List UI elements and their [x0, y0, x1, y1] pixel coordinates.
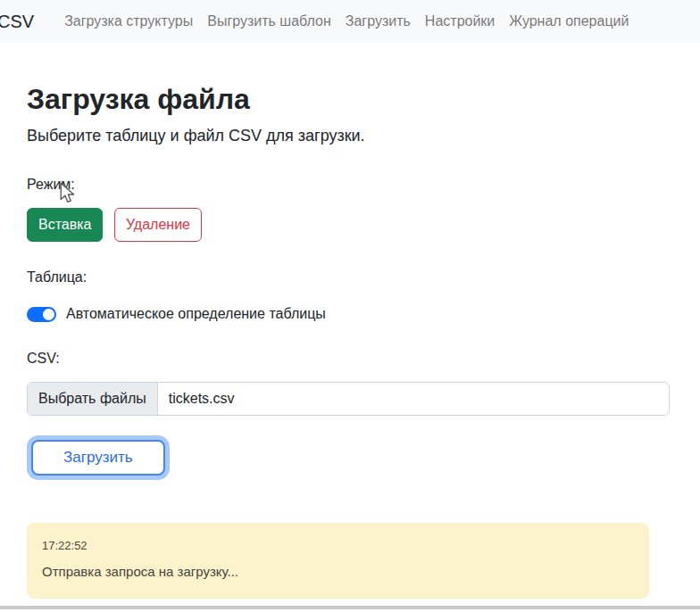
auto-detect-switch-row: Автоматическое определение таблицы — [27, 303, 670, 325]
nav-item-operations-log[interactable]: Журнал операций — [502, 6, 636, 37]
insert-mode-button[interactable]: Вставка — [27, 208, 103, 242]
upload-button-wrap: Загрузить — [31, 440, 670, 481]
mode-button-group: Вставка Удаление — [27, 208, 670, 242]
table-label: Таблица: — [27, 267, 670, 288]
log-alert: 17:22:52 Отправка запроса на загрузку... — [27, 523, 649, 598]
nav-item-upload[interactable]: Загрузить — [338, 6, 418, 37]
nav-links: Загрузка структуры Выгрузить шаблон Загр… — [57, 6, 636, 37]
selected-file-name: tickets.csv — [158, 383, 246, 415]
nav-item-export-template[interactable]: Выгрузить шаблон — [200, 6, 338, 37]
nav-item-settings[interactable]: Настройки — [418, 6, 502, 37]
horizontal-scrollbar[interactable] — [0, 606, 700, 612]
navbar: CSV Загрузка структуры Выгрузить шаблон … — [0, 0, 700, 43]
nav-item-structure-upload[interactable]: Загрузка структуры — [57, 6, 200, 37]
choose-files-button[interactable]: Выбрать файлы — [28, 383, 158, 415]
delete-mode-button[interactable]: Удаление — [114, 208, 202, 242]
csv-file-input[interactable]: Выбрать файлы tickets.csv — [27, 382, 670, 416]
page-title: Загрузка файла — [27, 82, 670, 116]
log-message: Отправка запроса на загрузку... — [42, 562, 634, 581]
log-timestamp: 17:22:52 — [42, 538, 634, 554]
main-content: Загрузка файла Выберите таблицу и файл C… — [0, 43, 700, 599]
auto-detect-toggle[interactable] — [27, 307, 56, 322]
horizontal-scrollbar-thumb[interactable] — [0, 606, 700, 609]
upload-button[interactable]: Загрузить — [31, 440, 165, 476]
auto-detect-label[interactable]: Автоматическое определение таблицы — [66, 303, 326, 325]
mode-label: Режим: — [27, 174, 134, 195]
csv-label: CSV: — [27, 348, 670, 369]
brand-csv[interactable]: CSV — [0, 12, 34, 32]
page-subtitle: Выберите таблицу и файл CSV для загрузки… — [27, 124, 670, 148]
